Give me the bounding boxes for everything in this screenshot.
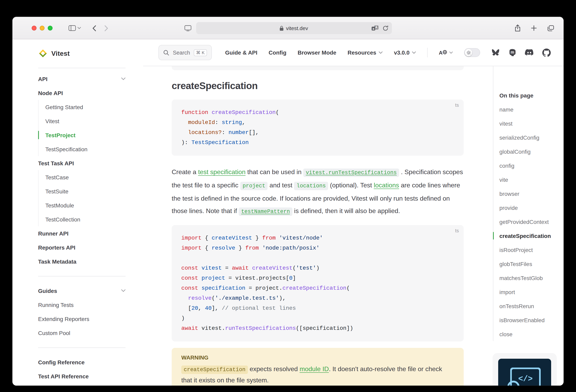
chevron-down-icon	[379, 51, 383, 54]
sidebar-item-testcollection[interactable]: TestCollection	[45, 212, 126, 226]
sidebar-item-task-metadata[interactable]: Task Metadata	[38, 254, 126, 269]
nav-links: Guide & API Config Browser Mode Resource…	[225, 48, 551, 57]
item-label: Runner API	[38, 230, 68, 237]
sidebar-item-testspecification[interactable]: TestSpecification	[45, 142, 126, 156]
outline-label: onTestsRerun	[499, 303, 534, 309]
outline-item-getprovidedcontext[interactable]: getProvidedContext	[499, 215, 557, 229]
page-settings-button[interactable]	[184, 22, 191, 34]
svg-text:A: A	[439, 50, 443, 56]
address-area: vitest.dev A a	[12, 17, 564, 39]
logo-text: Vitest	[51, 50, 70, 57]
nav-link-guide-api[interactable]: Guide & API	[225, 49, 258, 56]
sidebar-item-testproject[interactable]: TestProject	[45, 128, 126, 142]
reload-button[interactable]	[382, 22, 388, 34]
sidebar-item-test-task-api[interactable]: Test Task API	[38, 156, 126, 170]
translate-icon: A a	[371, 25, 378, 31]
outline-item-ontestsrerun[interactable]: onTestsRerun	[499, 299, 557, 313]
item-label: TestCollection	[45, 216, 80, 222]
outline-item-serializedconfig[interactable]: serializedConfig	[499, 130, 557, 145]
sun-icon	[466, 50, 471, 55]
sidebar-item-node-api[interactable]: Node API	[38, 86, 126, 100]
sidebar-item-testmodule[interactable]: TestModule	[45, 198, 126, 212]
outline-item-name[interactable]: name	[499, 102, 557, 116]
discord-icon	[525, 49, 534, 56]
outline-item-browser[interactable]: browser	[499, 186, 557, 201]
new-tab-button[interactable]	[531, 22, 537, 34]
sidebar-item-vitest[interactable]: Vitest	[45, 114, 126, 128]
vitest-logo[interactable]: Vitest	[38, 45, 126, 61]
sponsor-card[interactable]: </>	[492, 353, 557, 386]
outline-item-isrootproject[interactable]: isRootProject	[499, 243, 557, 257]
reload-icon	[382, 25, 388, 31]
item-label: Running Tests	[38, 302, 74, 308]
outline-item-isbrowserenabled[interactable]: isBrowserEnabled	[499, 313, 557, 327]
item-label: Test API Reference	[38, 373, 89, 379]
outline-item-createspecification[interactable]: createSpecification	[499, 229, 557, 243]
outline-item-import[interactable]: import	[499, 285, 557, 299]
url-text: vitest.dev	[286, 25, 308, 31]
sidebar-item-test-api-reference[interactable]: Test API Reference	[38, 369, 126, 383]
outline-label: createSpecification	[499, 233, 551, 239]
safari-window: vitest.dev A a	[12, 17, 564, 386]
theme-toggle[interactable]	[464, 48, 480, 57]
sidebar-item-testsuite[interactable]: TestSuite	[45, 184, 126, 198]
share-button[interactable]	[515, 22, 521, 34]
outline-label: vitest	[499, 120, 512, 127]
sidebar-item-runner-api[interactable]: Runner API	[38, 226, 126, 240]
outline-item-close[interactable]: close	[499, 327, 557, 341]
nav-dropdown-version[interactable]: v3.0.0	[394, 49, 416, 56]
outline-label: globTestFiles	[499, 261, 532, 267]
test-task-api-label: Test Task API	[38, 160, 74, 166]
sidebar-section-api[interactable]: API	[38, 72, 126, 86]
sidebar-item-running-tests[interactable]: Running Tests	[38, 298, 126, 312]
titlebar-right-buttons	[515, 17, 554, 39]
chevron-down-icon	[412, 51, 416, 54]
outline-item-globtestfiles[interactable]: globTestFiles	[499, 257, 557, 271]
outline-item-globalconfig[interactable]: globalConfig	[499, 145, 557, 158]
search-button[interactable]: Search ⌘ K	[158, 45, 212, 60]
github-icon	[542, 48, 551, 57]
docs-sidebar: Vitest API Node API Getting Started Vite…	[12, 39, 143, 386]
outline-label: isRootProject	[499, 246, 533, 253]
mastodon-link[interactable]: m	[508, 49, 516, 57]
sidebar-item-getting-started[interactable]: Getting Started	[45, 100, 126, 114]
sidebar-section-guides[interactable]: Guides	[38, 284, 126, 298]
outline-item-config[interactable]: config	[499, 158, 557, 173]
outline-item-vitest[interactable]: vitest	[499, 116, 557, 130]
outline-rail: On this page name vitest serializedConfi…	[493, 66, 557, 341]
sidebar-item-config-reference[interactable]: Config Reference	[38, 355, 126, 369]
outline-label: isBrowserEnabled	[499, 317, 545, 323]
page-title: createSpecification	[172, 80, 464, 92]
warning-title: WARNING	[181, 354, 454, 362]
page-icon	[184, 25, 191, 31]
outline-label: provide	[499, 204, 518, 211]
discord-link[interactable]	[525, 49, 534, 56]
outline-item-matchestestglob[interactable]: matchesTestGlob	[499, 271, 557, 285]
tab-overview-button[interactable]	[547, 22, 554, 34]
item-label: Extending Reporters	[38, 316, 89, 322]
item-label: Vitest	[45, 118, 59, 124]
nav-link-config[interactable]: Config	[269, 49, 287, 56]
divider	[38, 276, 126, 276]
bluesky-link[interactable]	[491, 49, 500, 56]
doc-content: createSpecification ts function createSp…	[143, 66, 564, 386]
browser-titlebar: vitest.dev A a	[12, 17, 564, 39]
outline-item-provide[interactable]: provide	[499, 201, 557, 215]
outline-label: close	[499, 331, 512, 337]
translate-button[interactable]: A a	[371, 22, 378, 34]
sidebar-item-custom-pool[interactable]: Custom Pool	[38, 326, 126, 340]
github-link[interactable]	[542, 48, 551, 57]
sidebar-item-reporters-api[interactable]: Reporters API	[38, 240, 126, 254]
code-lang-label: ts	[455, 102, 459, 108]
nav-link-browser-mode[interactable]: Browser Mode	[298, 49, 336, 56]
item-label: Custom Pool	[38, 330, 70, 336]
language-button[interactable]: A	[439, 49, 453, 56]
sidebar-item-extending-reporters[interactable]: Extending Reporters	[38, 312, 126, 326]
item-label: Reporters API	[38, 244, 75, 251]
sidebar-item-testcase[interactable]: TestCase	[45, 170, 126, 184]
outline-item-vite[interactable]: vite	[499, 173, 557, 186]
search-label: Search	[173, 50, 190, 56]
address-bar[interactable]: vitest.dev A a	[196, 22, 392, 34]
nav-dropdown-resources[interactable]: Resources	[347, 49, 383, 56]
warning-callout: WARNING createSpecification expects reso…	[172, 348, 464, 386]
